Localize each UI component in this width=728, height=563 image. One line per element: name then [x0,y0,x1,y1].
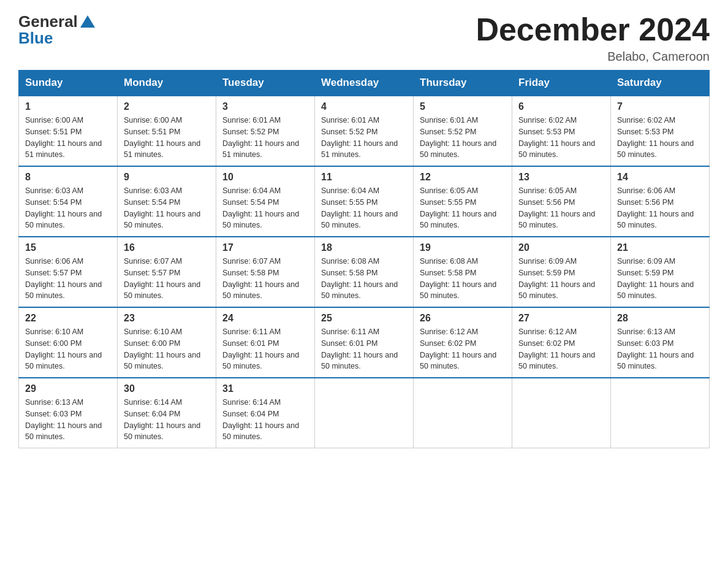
day-info: Sunrise: 6:11 AMSunset: 6:01 PMDaylight:… [321,326,407,372]
day-number: 15 [25,242,111,253]
day-info: Sunrise: 6:14 AMSunset: 6:04 PMDaylight:… [124,397,210,443]
calendar-day-cell: 18Sunrise: 6:08 AMSunset: 5:58 PMDayligh… [315,237,414,307]
header-thursday: Thursday [414,71,512,96]
calendar-day-cell: 21Sunrise: 6:09 AMSunset: 5:59 PMDayligh… [611,237,710,307]
calendar-day-cell: 1Sunrise: 6:00 AMSunset: 5:51 PMDaylight… [19,96,118,166]
title-section: December 2024 Belabo, Cameroon [476,12,710,64]
calendar-day-cell: 4Sunrise: 6:01 AMSunset: 5:52 PMDaylight… [315,96,414,166]
header-monday: Monday [118,71,216,96]
day-number: 1 [25,101,111,112]
calendar-day-cell: 25Sunrise: 6:11 AMSunset: 6:01 PMDayligh… [315,307,414,378]
day-info: Sunrise: 6:03 AMSunset: 5:54 PMDaylight:… [25,185,111,231]
location: Belabo, Cameroon [476,50,710,64]
day-info: Sunrise: 6:01 AMSunset: 5:52 PMDaylight:… [222,115,308,161]
day-info: Sunrise: 6:05 AMSunset: 5:55 PMDaylight:… [420,185,506,231]
day-info: Sunrise: 6:13 AMSunset: 6:03 PMDaylight:… [617,326,703,372]
day-number: 14 [617,172,703,183]
day-info: Sunrise: 6:02 AMSunset: 5:53 PMDaylight:… [518,115,604,161]
calendar-day-cell [315,378,414,448]
calendar-day-cell: 5Sunrise: 6:01 AMSunset: 5:52 PMDaylight… [414,96,512,166]
day-info: Sunrise: 6:10 AMSunset: 6:00 PMDaylight:… [124,326,210,372]
calendar-day-cell: 9Sunrise: 6:03 AMSunset: 5:54 PMDaylight… [118,166,216,237]
day-number: 8 [25,172,111,183]
calendar-day-cell: 26Sunrise: 6:12 AMSunset: 6:02 PMDayligh… [414,307,512,378]
day-number: 16 [124,242,210,253]
calendar-day-cell: 23Sunrise: 6:10 AMSunset: 6:00 PMDayligh… [118,307,216,378]
day-number: 21 [617,242,703,253]
calendar-week-row: 8Sunrise: 6:03 AMSunset: 5:54 PMDaylight… [19,166,710,237]
day-number: 19 [420,242,506,253]
day-number: 25 [321,313,407,324]
calendar-day-cell: 10Sunrise: 6:04 AMSunset: 5:54 PMDayligh… [216,166,315,237]
month-title: December 2024 [476,12,710,47]
calendar-day-cell: 15Sunrise: 6:06 AMSunset: 5:57 PMDayligh… [19,237,118,307]
day-number: 4 [321,101,407,112]
calendar-day-cell: 24Sunrise: 6:11 AMSunset: 6:01 PMDayligh… [216,307,315,378]
day-number: 23 [124,313,210,324]
header-friday: Friday [512,71,611,96]
day-info: Sunrise: 6:13 AMSunset: 6:03 PMDaylight:… [25,397,111,443]
day-info: Sunrise: 6:00 AMSunset: 5:51 PMDaylight:… [124,115,210,161]
logo-blue-text: Blue [18,29,53,48]
day-number: 20 [518,242,604,253]
calendar-day-cell: 29Sunrise: 6:13 AMSunset: 6:03 PMDayligh… [19,378,118,448]
calendar-day-cell: 28Sunrise: 6:13 AMSunset: 6:03 PMDayligh… [611,307,710,378]
header: General Blue December 2024 Belabo, Camer… [18,12,710,64]
calendar-week-row: 29Sunrise: 6:13 AMSunset: 6:03 PMDayligh… [19,378,710,448]
calendar-week-row: 1Sunrise: 6:00 AMSunset: 5:51 PMDaylight… [19,96,710,166]
calendar-day-cell: 8Sunrise: 6:03 AMSunset: 5:54 PMDaylight… [19,166,118,237]
calendar-day-cell: 19Sunrise: 6:08 AMSunset: 5:58 PMDayligh… [414,237,512,307]
day-number: 31 [222,383,308,394]
calendar-day-cell: 27Sunrise: 6:12 AMSunset: 6:02 PMDayligh… [512,307,611,378]
day-number: 28 [617,313,703,324]
day-info: Sunrise: 6:08 AMSunset: 5:58 PMDaylight:… [321,256,407,302]
day-info: Sunrise: 6:01 AMSunset: 5:52 PMDaylight:… [321,115,407,161]
day-info: Sunrise: 6:11 AMSunset: 6:01 PMDaylight:… [222,326,308,372]
calendar-week-row: 15Sunrise: 6:06 AMSunset: 5:57 PMDayligh… [19,237,710,307]
calendar-table: SundayMondayTuesdayWednesdayThursdayFrid… [18,70,710,448]
day-number: 13 [518,172,604,183]
day-number: 27 [518,313,604,324]
header-wednesday: Wednesday [315,71,414,96]
day-info: Sunrise: 6:12 AMSunset: 6:02 PMDaylight:… [420,326,506,372]
day-number: 12 [420,172,506,183]
header-sunday: Sunday [19,71,118,96]
calendar-day-cell: 17Sunrise: 6:07 AMSunset: 5:58 PMDayligh… [216,237,315,307]
day-info: Sunrise: 6:04 AMSunset: 5:54 PMDaylight:… [222,185,308,231]
day-info: Sunrise: 6:08 AMSunset: 5:58 PMDaylight:… [420,256,506,302]
day-info: Sunrise: 6:12 AMSunset: 6:02 PMDaylight:… [518,326,604,372]
day-number: 11 [321,172,407,183]
calendar-day-cell: 7Sunrise: 6:02 AMSunset: 5:53 PMDaylight… [611,96,710,166]
calendar-day-cell: 31Sunrise: 6:14 AMSunset: 6:04 PMDayligh… [216,378,315,448]
day-info: Sunrise: 6:07 AMSunset: 5:57 PMDaylight:… [124,256,210,302]
day-number: 22 [25,313,111,324]
header-tuesday: Tuesday [216,71,315,96]
day-info: Sunrise: 6:06 AMSunset: 5:56 PMDaylight:… [617,185,703,231]
day-number: 2 [124,101,210,112]
calendar-day-cell: 30Sunrise: 6:14 AMSunset: 6:04 PMDayligh… [118,378,216,448]
calendar-day-cell: 3Sunrise: 6:01 AMSunset: 5:52 PMDaylight… [216,96,315,166]
day-info: Sunrise: 6:05 AMSunset: 5:56 PMDaylight:… [518,185,604,231]
day-number: 6 [518,101,604,112]
day-number: 3 [222,101,308,112]
calendar-day-cell [512,378,611,448]
day-info: Sunrise: 6:02 AMSunset: 5:53 PMDaylight:… [617,115,703,161]
day-number: 26 [420,313,506,324]
calendar-day-cell: 13Sunrise: 6:05 AMSunset: 5:56 PMDayligh… [512,166,611,237]
calendar-day-cell: 11Sunrise: 6:04 AMSunset: 5:55 PMDayligh… [315,166,414,237]
day-info: Sunrise: 6:04 AMSunset: 5:55 PMDaylight:… [321,185,407,231]
calendar-day-cell: 22Sunrise: 6:10 AMSunset: 6:00 PMDayligh… [19,307,118,378]
day-number: 30 [124,383,210,394]
calendar-day-cell [611,378,710,448]
day-info: Sunrise: 6:00 AMSunset: 5:51 PMDaylight:… [25,115,111,161]
logo-triangle-icon [80,15,95,28]
day-number: 18 [321,242,407,253]
header-saturday: Saturday [611,71,710,96]
day-info: Sunrise: 6:06 AMSunset: 5:57 PMDaylight:… [25,256,111,302]
logo: General Blue [18,12,95,48]
calendar-day-cell: 16Sunrise: 6:07 AMSunset: 5:57 PMDayligh… [118,237,216,307]
day-number: 17 [222,242,308,253]
calendar-day-cell [414,378,512,448]
day-info: Sunrise: 6:14 AMSunset: 6:04 PMDaylight:… [222,397,308,443]
day-number: 29 [25,383,111,394]
